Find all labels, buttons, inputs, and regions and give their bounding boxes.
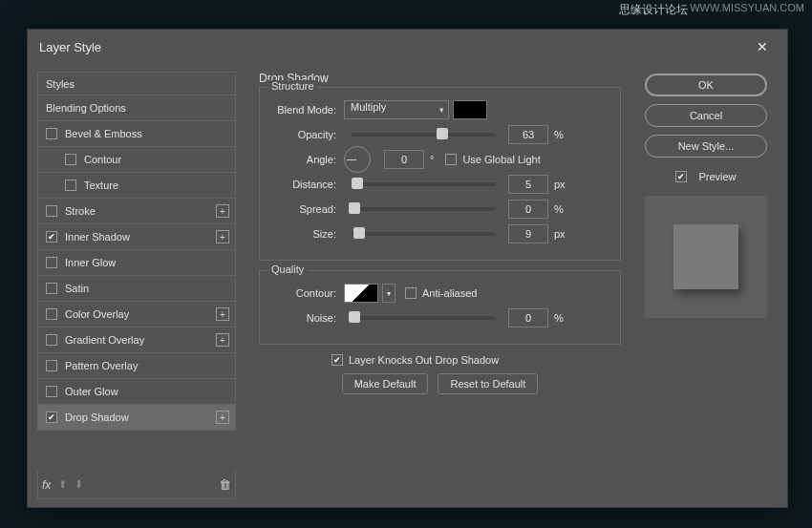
- sidebar-item-label: Outer Glow: [65, 386, 118, 397]
- checkbox[interactable]: [46, 386, 57, 397]
- sidebar-item-satin[interactable]: Satin: [37, 276, 236, 302]
- sidebar-item-contour[interactable]: Contour: [37, 147, 236, 173]
- blend-mode-value: Multiply: [351, 101, 386, 113]
- checkbox[interactable]: [46, 205, 57, 217]
- plus-icon[interactable]: +: [216, 204, 229, 218]
- checkbox[interactable]: [46, 308, 57, 320]
- sidebar-item-label: Blending Options: [46, 102, 126, 114]
- noise-input[interactable]: [508, 308, 548, 327]
- make-default-button[interactable]: Make Default: [342, 373, 429, 394]
- preview-checkbox[interactable]: [675, 171, 687, 182]
- close-button[interactable]: ✕: [749, 35, 776, 58]
- plus-icon[interactable]: +: [216, 307, 229, 321]
- angle-label: Angle:: [269, 154, 344, 165]
- checkbox[interactable]: [46, 128, 57, 139]
- contour-label: Contour:: [269, 287, 344, 299]
- plus-icon[interactable]: +: [216, 230, 229, 243]
- knockout-checkbox[interactable]: [331, 354, 343, 366]
- sidebar-item-label: Inner Shadow: [65, 231, 130, 243]
- plus-icon[interactable]: +: [216, 333, 229, 347]
- sidebar-item-label: Color Overlay: [65, 308, 129, 320]
- distance-slider[interactable]: [352, 182, 495, 186]
- sidebar-footer: fx ⬆ ⬇ 🗑: [37, 471, 236, 499]
- antialiased-checkbox[interactable]: [405, 287, 417, 299]
- global-light-checkbox[interactable]: [445, 154, 457, 165]
- sidebar-item-drop-shadow[interactable]: Drop Shadow+: [37, 405, 236, 431]
- fx-label[interactable]: fx: [42, 478, 51, 492]
- size-slider[interactable]: [352, 232, 495, 236]
- chevron-down-icon: ▾: [439, 105, 444, 115]
- blend-mode-select[interactable]: Multiply▾: [344, 100, 449, 119]
- sidebar-item-texture[interactable]: Texture: [37, 173, 236, 199]
- slider-thumb[interactable]: [437, 128, 448, 139]
- size-label: Size:: [269, 228, 344, 240]
- shadow-color-swatch[interactable]: [453, 100, 487, 119]
- checkbox[interactable]: [65, 180, 76, 191]
- sidebar-item-label: Styles: [46, 78, 75, 90]
- checkbox[interactable]: [65, 154, 76, 165]
- opacity-unit: %: [554, 129, 564, 140]
- slider-thumb[interactable]: [353, 227, 365, 239]
- slider-thumb[interactable]: [352, 178, 363, 189]
- spread-slider[interactable]: [352, 207, 495, 211]
- distance-unit: px: [554, 179, 566, 190]
- sidebar-item-label: Inner Glow: [65, 257, 116, 268]
- watermark-en: WWW.MISSYUAN.COM: [690, 2, 804, 13]
- noise-label: Noise:: [269, 312, 344, 324]
- ok-button[interactable]: OK: [645, 74, 767, 96]
- reset-default-button[interactable]: Reset to Default: [438, 373, 538, 394]
- sidebar-item-label: Satin: [65, 283, 89, 294]
- arrow-up-icon[interactable]: ⬆: [58, 478, 67, 491]
- checkbox[interactable]: [46, 231, 57, 243]
- angle-dial[interactable]: [344, 146, 371, 173]
- sidebar-item-outer-glow[interactable]: Outer Glow: [37, 379, 236, 405]
- styles-sidebar: Styles Blending Options Bevel & Emboss C…: [28, 64, 246, 507]
- new-style-button[interactable]: New Style...: [645, 135, 767, 158]
- spread-label: Spread:: [269, 203, 344, 215]
- angle-input[interactable]: [384, 150, 424, 169]
- sidebar-item-gradient-overlay[interactable]: Gradient Overlay+: [37, 327, 236, 353]
- layer-style-dialog: Layer Style ✕ Styles Blending Options Be…: [27, 29, 788, 508]
- preview-label: Preview: [698, 171, 736, 182]
- checkbox[interactable]: [46, 412, 57, 423]
- checkbox[interactable]: [46, 283, 57, 294]
- sidebar-item-label: Bevel & Emboss: [65, 128, 142, 139]
- cancel-button[interactable]: Cancel: [645, 104, 767, 127]
- opacity-slider[interactable]: [352, 133, 495, 137]
- sidebar-item-inner-shadow[interactable]: Inner Shadow+: [37, 224, 236, 250]
- quality-legend: Quality: [267, 264, 308, 275]
- spread-unit: %: [554, 203, 564, 215]
- slider-thumb[interactable]: [349, 311, 360, 323]
- right-panel: OK Cancel New Style... Preview: [634, 64, 787, 507]
- sidebar-item-label: Gradient Overlay: [65, 334, 144, 346]
- contour-swatch[interactable]: [344, 284, 378, 303]
- checkbox[interactable]: [46, 257, 57, 268]
- slider-thumb[interactable]: [349, 202, 360, 214]
- noise-unit: %: [554, 312, 564, 324]
- knockout-label: Layer Knocks Out Drop Shadow: [349, 354, 499, 366]
- spread-input[interactable]: [508, 200, 548, 219]
- checkbox[interactable]: [46, 334, 57, 346]
- plus-icon[interactable]: +: [216, 411, 229, 424]
- sidebar-item-inner-glow[interactable]: Inner Glow: [37, 250, 236, 276]
- quality-group: Quality Contour: ▾ Anti-aliased Noise: %: [259, 270, 621, 345]
- checkbox[interactable]: [46, 360, 57, 371]
- contour-dropdown[interactable]: ▾: [382, 284, 395, 303]
- opacity-input[interactable]: [508, 125, 548, 144]
- sidebar-item-stroke[interactable]: Stroke+: [37, 199, 236, 224]
- sidebar-item-label: Contour: [84, 154, 121, 165]
- trash-icon[interactable]: 🗑: [219, 477, 231, 492]
- size-unit: px: [554, 228, 566, 240]
- sidebar-item-color-overlay[interactable]: Color Overlay+: [37, 302, 236, 327]
- distance-input[interactable]: [508, 175, 548, 194]
- sidebar-item-styles[interactable]: Styles: [37, 72, 236, 95]
- antialiased-label: Anti-aliased: [422, 287, 477, 299]
- blend-mode-label: Blend Mode:: [269, 104, 344, 116]
- sidebar-item-bevel-emboss[interactable]: Bevel & Emboss: [37, 121, 236, 147]
- arrow-down-icon[interactable]: ⬇: [75, 478, 83, 491]
- sidebar-item-blending-options[interactable]: Blending Options: [37, 95, 236, 121]
- opacity-label: Opacity:: [269, 129, 344, 140]
- size-input[interactable]: [508, 224, 548, 243]
- sidebar-item-pattern-overlay[interactable]: Pattern Overlay: [37, 353, 236, 379]
- noise-slider[interactable]: [352, 316, 495, 320]
